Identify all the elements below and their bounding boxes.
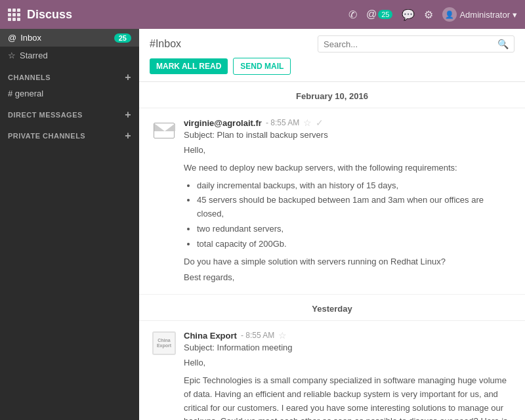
message-time-1: - 8:55 AM [266, 118, 299, 127]
mention-icon: @ [366, 9, 377, 20]
sidebar-item-label: Starred [20, 51, 48, 60]
message-meta-2: China Export - 8:55 AM ☆ [184, 330, 512, 341]
messages-container: February 10, 2016 virginie@agrolait.fr -… [139, 82, 525, 420]
sidebar-item-label: Inbox [20, 33, 41, 43]
private-channels-label: PRIVATE CHANNELS [8, 132, 85, 140]
private-channels-section-header: PRIVATE CHANNELS + [0, 123, 139, 144]
mention-badge-wrap[interactable]: @ 25 [366, 9, 393, 20]
list-item: total capacity of 200Gb. [197, 238, 512, 251]
content-header-row2: MARK ALL READ SEND MAIL [150, 58, 514, 75]
check-icon-1: ✓ [316, 117, 324, 128]
at-icon: @ [8, 33, 16, 43]
sidebar: @ Inbox 25 ☆ Starred CHANNELS + # genera… [0, 29, 139, 420]
direct-messages-section-header: DIRECT MESSAGES + [0, 102, 139, 123]
message-body-2: China Export - 8:55 AM ☆ Subject: Inform… [184, 330, 512, 420]
sidebar-item-general[interactable]: # general [0, 85, 139, 102]
username-label: Administrator [459, 10, 510, 20]
message-avatar-2: ChinaExport [152, 331, 176, 355]
mark-all-read-button[interactable]: MARK ALL READ [150, 58, 228, 74]
avatar: 👤 [442, 7, 457, 22]
message-body-1: virginie@agrolait.fr - 8:55 AM ☆ ✓ Subje… [184, 117, 512, 285]
page-title: #Inbox [150, 38, 181, 50]
main-layout: @ Inbox 25 ☆ Starred CHANNELS + # genera… [0, 29, 525, 420]
inbox-badge: 25 [114, 33, 131, 43]
chat-icon[interactable]: 💬 [402, 9, 415, 21]
add-private-channel-button[interactable]: + [125, 131, 131, 141]
search-icon: 🔍 [497, 39, 509, 49]
company-avatar: ChinaExport [152, 331, 176, 355]
message-list-1: daily incremental backups, with an histo… [197, 179, 512, 251]
content-header: #Inbox 🔍 MARK ALL READ SEND MAIL [139, 29, 525, 82]
phone-icon[interactable]: ✆ [348, 9, 357, 21]
list-item: 45 servers should be backuped between 1a… [197, 194, 512, 221]
message-item-1: virginie@agrolait.fr - 8:55 AM ☆ ✓ Subje… [139, 108, 525, 295]
message-text-2: Hello, Epic Technologies is a small comp… [184, 356, 512, 420]
message-avatar-1 [152, 119, 176, 142]
message-sender-2: China Export [184, 331, 237, 341]
sidebar-item-starred[interactable]: ☆ Starred [0, 47, 139, 64]
direct-messages-label: DIRECT MESSAGES [8, 111, 83, 119]
message-time-2: - 8:55 AM [241, 331, 274, 340]
add-direct-message-button[interactable]: + [125, 110, 131, 120]
star-button-1[interactable]: ☆ [303, 117, 312, 128]
message-sender-1: virginie@agrolait.fr [184, 118, 262, 128]
channels-section-header: CHANNELS + [0, 64, 139, 85]
content-area: #Inbox 🔍 MARK ALL READ SEND MAIL Februar… [139, 29, 525, 420]
message-subject-2: Subject: Information meeting [184, 343, 512, 352]
topnav-icons: ✆ @ 25 💬 ⚙ 👤 Administrator ▾ [348, 7, 517, 22]
user-menu[interactable]: 👤 Administrator ▾ [442, 7, 517, 22]
grid-icon[interactable] [8, 9, 20, 21]
envelope-icon [154, 123, 175, 138]
topnav: Discuss ✆ @ 25 💬 ⚙ 👤 Administrator ▾ [0, 0, 525, 29]
channels-label: CHANNELS [8, 74, 51, 81]
send-mail-button[interactable]: SEND MAIL [233, 58, 291, 75]
sidebar-item-inbox[interactable]: @ Inbox 25 [0, 29, 139, 47]
message-subject-1: Subject: Plan to install backup servers [184, 130, 512, 140]
date-separator-1: February 10, 2016 [139, 82, 525, 108]
settings-icon[interactable]: ⚙ [424, 9, 433, 21]
message-text-1: Hello, We need to deploy new backup serv… [184, 144, 512, 285]
add-channel-button[interactable]: + [125, 72, 131, 83]
date-separator-2: Yesterday [139, 295, 525, 321]
list-item: two redundant servers, [197, 222, 512, 236]
app-title: Discuss [27, 8, 348, 22]
star-button-2[interactable]: ☆ [278, 330, 287, 341]
star-icon: ☆ [8, 51, 16, 60]
chevron-down-icon: ▾ [513, 10, 517, 20]
message-item-2: ChinaExport China Export - 8:55 AM ☆ Sub… [139, 321, 525, 420]
search-box: 🔍 [318, 35, 514, 52]
search-input[interactable] [324, 39, 494, 49]
channel-label: # general [8, 89, 43, 98]
content-header-row1: #Inbox 🔍 [150, 35, 514, 52]
message-meta-1: virginie@agrolait.fr - 8:55 AM ☆ ✓ [184, 117, 512, 128]
list-item: daily incremental backups, with an histo… [197, 179, 512, 193]
mention-count: 25 [378, 10, 392, 19]
